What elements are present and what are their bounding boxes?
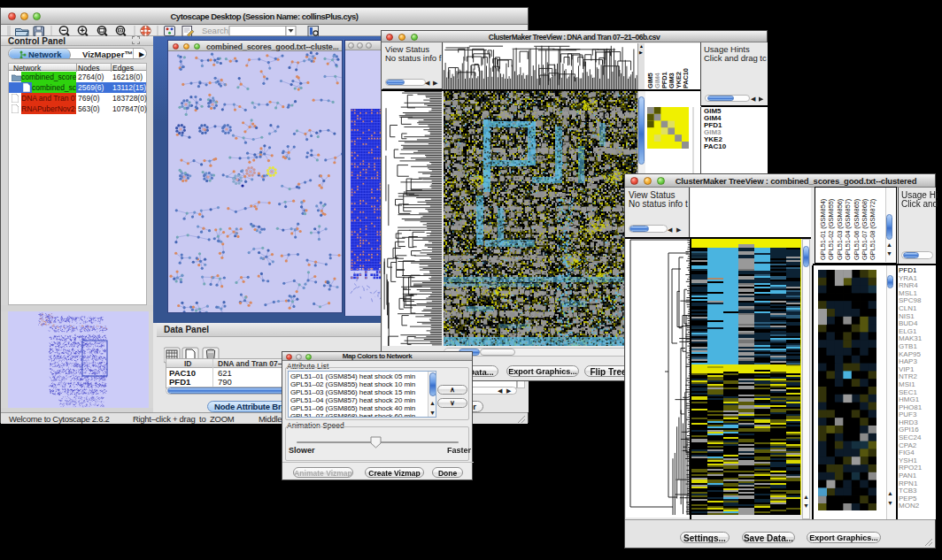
svg-text:Search:: Search: <box>202 26 231 35</box>
